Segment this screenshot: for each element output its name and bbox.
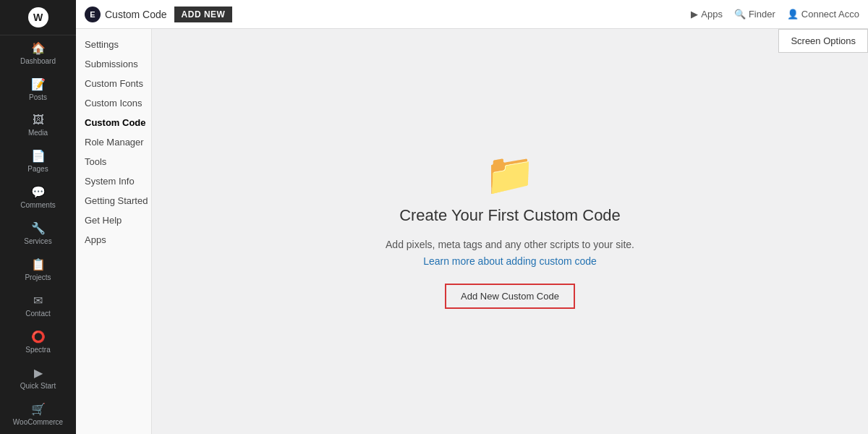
- dashboard-icon: 🏠: [31, 41, 46, 55]
- empty-state-description: Add pixels, meta tags and any other scri…: [386, 237, 634, 269]
- sidebar-item-woocommerce[interactable]: 🛒WooCommerce: [0, 396, 76, 433]
- topbar: E Custom Code ADD NEW ▶ Apps 🔍 Finder 👤 …: [76, 0, 868, 29]
- empty-state-title: Create Your First Custom Code: [399, 206, 621, 225]
- sidebar-item-comments[interactable]: 💬Comments: [0, 179, 76, 216]
- sidebar-item-label-pages: Pages: [27, 165, 48, 174]
- posts-icon: 📝: [31, 77, 46, 91]
- comments-icon: 💬: [31, 185, 46, 199]
- sub-sidebar: SettingsSubmissionsCustom FontsCustom Ic…: [76, 29, 152, 434]
- sub-item-custom-code[interactable]: Custom Code: [76, 113, 151, 132]
- apps-link[interactable]: ▶ Apps: [691, 9, 723, 20]
- services-icon: 🔧: [31, 221, 46, 235]
- spectra-icon: ⭕: [31, 330, 46, 344]
- sub-item-get-help[interactable]: Get Help: [76, 210, 151, 230]
- apps-icon: ▶: [691, 9, 698, 20]
- sidebar-item-quick-start[interactable]: ▶Quick Start: [0, 360, 76, 396]
- content-area: SettingsSubmissionsCustom FontsCustom Ic…: [76, 29, 868, 434]
- add-new-button[interactable]: ADD NEW: [174, 7, 233, 22]
- sidebar-item-label-quick-start: Quick Start: [20, 382, 56, 391]
- contact-icon: ✉: [33, 294, 43, 307]
- sub-item-custom-icons[interactable]: Custom Icons: [76, 93, 151, 113]
- sub-item-submissions[interactable]: Submissions: [76, 54, 151, 74]
- sub-item-apps[interactable]: Apps: [76, 230, 151, 250]
- sidebar-item-label-woocommerce: WooCommerce: [13, 418, 63, 427]
- elementor-logo-icon: E: [85, 7, 101, 22]
- sidebar-item-label-contact: Contact: [25, 310, 50, 318]
- sidebar-item-label-media: Media: [28, 129, 48, 137]
- sidebar-logo: W: [0, 0, 76, 35]
- sidebar-item-label-spectra: Spectra: [25, 346, 50, 354]
- connect-icon: 👤: [787, 9, 799, 20]
- quick-start-icon: ▶: [34, 366, 43, 380]
- woocommerce-icon: 🛒: [31, 402, 46, 416]
- topbar-logo: E Custom Code: [85, 7, 167, 22]
- sidebar-item-label-dashboard: Dashboard: [20, 57, 56, 66]
- finder-icon: 🔍: [734, 9, 746, 20]
- sidebar-item-label-comments: Comments: [20, 201, 55, 210]
- sub-item-custom-fonts[interactable]: Custom Fonts: [76, 74, 151, 93]
- empty-state: 📁 Create Your First Custom Code Add pixe…: [386, 154, 634, 309]
- finder-link[interactable]: 🔍 Finder: [734, 9, 775, 20]
- sub-item-system-info[interactable]: System Info: [76, 171, 151, 191]
- sub-item-settings[interactable]: Settings: [76, 35, 151, 54]
- sidebar-item-contact[interactable]: ✉Contact: [0, 288, 76, 324]
- topbar-right: ▶ Apps 🔍 Finder 👤 Connect Acco: [691, 9, 859, 20]
- sidebar-item-label-services: Services: [24, 237, 51, 246]
- sidebar-item-label-posts: Posts: [29, 93, 47, 102]
- media-icon: 🖼: [33, 114, 44, 127]
- sidebar-item-services[interactable]: 🔧Services: [0, 216, 76, 252]
- sidebar-item-spectra[interactable]: ⭕Spectra: [0, 324, 76, 360]
- sidebar-item-dashboard[interactable]: 🏠Dashboard: [0, 35, 76, 72]
- projects-icon: 📋: [31, 258, 46, 271]
- page-title: Custom Code: [105, 9, 167, 20]
- page-content: 📁 Create Your First Custom Code Add pixe…: [152, 29, 868, 434]
- sidebar-item-projects[interactable]: 📋Projects: [0, 252, 76, 288]
- pages-icon: 📄: [31, 149, 46, 163]
- learn-more-link[interactable]: Learn more about adding custom code: [423, 255, 597, 267]
- sidebar-item-label-projects: Projects: [25, 273, 51, 282]
- sub-item-role-manager[interactable]: Role Manager: [76, 132, 151, 152]
- sidebar-item-media[interactable]: 🖼Media: [0, 108, 76, 143]
- sub-item-tools[interactable]: Tools: [76, 152, 151, 171]
- sidebar-item-posts[interactable]: 📝Posts: [0, 72, 76, 108]
- main-area: E Custom Code ADD NEW ▶ Apps 🔍 Finder 👤 …: [76, 0, 868, 434]
- folder-icon: 📁: [485, 154, 535, 195]
- screen-options-dropdown[interactable]: Screen Options: [778, 29, 868, 53]
- sidebar-item-pages[interactable]: 📄Pages: [0, 143, 76, 179]
- add-custom-code-button[interactable]: Add New Custom Code: [445, 284, 575, 309]
- sidebar: W 🏠Dashboard📝Posts🖼Media📄Pages💬Comments🔧…: [0, 0, 76, 434]
- connect-account-link[interactable]: 👤 Connect Acco: [787, 9, 859, 20]
- sub-item-getting-started[interactable]: Getting Started: [76, 191, 151, 210]
- wp-logo: W: [28, 7, 48, 27]
